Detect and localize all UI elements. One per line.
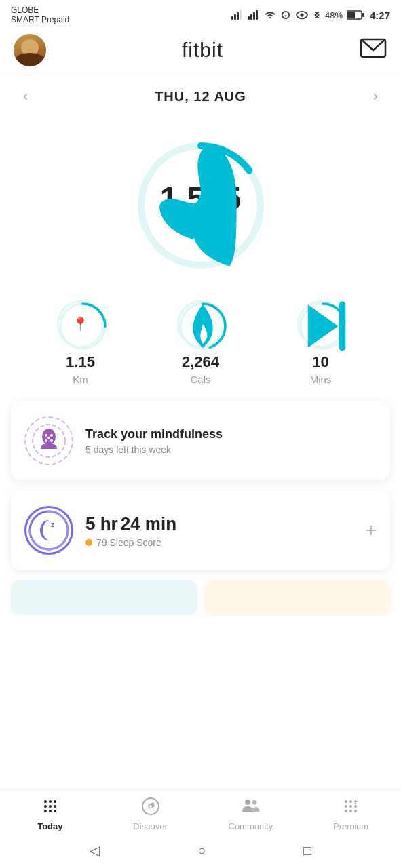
sleep-score-value: 79 Sleep Score <box>96 537 161 548</box>
svg-point-55 <box>354 805 357 808</box>
sleep-minutes: 24 min <box>121 513 176 534</box>
svg-rect-6 <box>253 12 255 20</box>
steps-display: 1,555 Steps <box>159 180 241 232</box>
svg-rect-0 <box>231 16 233 20</box>
svg-point-41 <box>54 805 56 808</box>
back-button[interactable]: ◁ <box>90 842 100 859</box>
svg-rect-2 <box>237 12 239 20</box>
mindfulness-subtitle: 5 days left this week <box>85 444 377 455</box>
active-minutes-value: 10 <box>312 353 328 371</box>
eye-icon <box>295 10 309 20</box>
sleep-text: 5 hr 24 min 79 Sleep Score <box>85 513 348 548</box>
partial-card-1 <box>11 580 197 614</box>
svg-point-49 <box>252 800 257 805</box>
distance-stat[interactable]: 📍 1.15 Km <box>57 300 104 385</box>
misc-icon: ↑ <box>280 10 291 20</box>
mindfulness-card[interactable]: Track your mindfulness 5 days left this … <box>11 401 390 480</box>
svg-marker-24 <box>307 304 337 347</box>
carrier-sub: SMART Prepaid <box>11 15 69 24</box>
nav-today[interactable]: Today <box>23 797 77 831</box>
distance-unit: Km <box>73 374 88 385</box>
community-icon <box>241 797 260 818</box>
score-dot <box>85 539 92 546</box>
app-title: fitbit <box>182 39 223 62</box>
current-date: THU, 12 AUG <box>155 89 246 104</box>
svg-point-37 <box>49 800 52 803</box>
inbox-button[interactable] <box>359 37 387 63</box>
partial-next-cards <box>0 575 401 616</box>
steps-section[interactable]: 1,555 Steps <box>133 117 269 287</box>
bottom-navigation: Today Discover Community <box>0 789 401 835</box>
svg-rect-14 <box>362 13 364 17</box>
svg-point-43 <box>49 810 52 812</box>
premium-icon <box>341 797 360 818</box>
svg-point-44 <box>54 810 56 812</box>
svg-point-39 <box>44 805 47 808</box>
sleep-add-button[interactable]: + <box>366 519 377 541</box>
signal-icon-2 <box>248 10 260 20</box>
svg-rect-5 <box>250 14 252 20</box>
carrier-name: GLOBE <box>11 5 69 15</box>
bluetooth-icon <box>313 9 321 20</box>
calories-unit: Cals <box>190 374 210 385</box>
sleep-hours: 5 hr <box>85 513 118 534</box>
date-navigation: ‹ THU, 12 AUG › <box>0 75 401 117</box>
svg-rect-13 <box>347 12 355 18</box>
nav-discover[interactable]: Discover <box>123 797 178 831</box>
sleep-card[interactable]: Z 5 hr 24 min 79 Sleep Score + <box>11 491 390 570</box>
sleep-icon-wrap: Z <box>24 506 73 555</box>
status-icons: ↑ 48% 4:27 <box>231 9 390 21</box>
android-nav-bar: ◁ ○ □ <box>0 835 401 868</box>
svg-point-53 <box>345 805 347 808</box>
battery-percent: 48% <box>325 10 343 20</box>
distance-icon: 📍 <box>72 316 89 332</box>
community-label: Community <box>229 821 273 831</box>
recents-button[interactable]: □ <box>303 843 311 859</box>
svg-rect-1 <box>234 14 236 20</box>
svg-point-48 <box>245 800 250 805</box>
svg-point-11 <box>300 13 303 16</box>
svg-text:↑: ↑ <box>284 14 286 18</box>
svg-point-29 <box>50 434 53 437</box>
active-minutes-circle <box>297 300 345 348</box>
svg-point-31 <box>45 439 47 442</box>
app-header: fitbit <box>0 27 401 75</box>
nav-community[interactable]: Community <box>223 797 278 831</box>
discover-label: Discover <box>133 821 168 831</box>
mindfulness-text: Track your mindfulness 5 days left this … <box>85 427 377 455</box>
active-minutes-stat[interactable]: 10 Mins <box>297 300 345 385</box>
stats-row: 📍 1.15 Km 2,264 Cals <box>0 287 401 401</box>
svg-point-32 <box>50 439 53 442</box>
main-content: 1,555 Steps 📍 1.15 Km <box>0 117 401 789</box>
user-avatar[interactable] <box>14 34 46 66</box>
wifi-icon <box>264 10 276 20</box>
premium-label: Premium <box>333 821 368 831</box>
svg-rect-3 <box>240 10 242 20</box>
time-display: 4:27 <box>370 9 390 21</box>
home-button[interactable]: ○ <box>197 843 206 859</box>
signal-icon <box>231 10 244 20</box>
distance-circle: 📍 <box>57 300 104 348</box>
nav-premium[interactable]: Premium <box>324 797 378 831</box>
calories-circle <box>177 300 225 348</box>
calories-stat[interactable]: 2,264 Cals <box>177 300 225 385</box>
svg-point-54 <box>349 805 352 808</box>
distance-value: 1.15 <box>66 353 95 371</box>
mindfulness-title: Track your mindfulness <box>85 427 377 441</box>
discover-icon <box>141 797 160 818</box>
svg-point-50 <box>345 800 347 803</box>
today-label: Today <box>37 821 62 831</box>
calories-value: 2,264 <box>182 353 219 371</box>
svg-point-56 <box>345 810 347 812</box>
partial-card-2 <box>205 580 391 614</box>
next-day-button[interactable]: › <box>366 85 385 108</box>
sleep-duration: 5 hr 24 min <box>85 513 348 534</box>
sleep-score: 79 Sleep Score <box>85 537 348 548</box>
svg-point-58 <box>354 810 357 812</box>
active-minutes-unit: Mins <box>310 374 332 385</box>
svg-point-42 <box>44 810 47 812</box>
battery-icon <box>347 10 364 20</box>
steps-circle: 1,555 Steps <box>133 138 269 273</box>
prev-day-button[interactable]: ‹ <box>16 85 35 108</box>
svg-point-28 <box>45 434 47 437</box>
